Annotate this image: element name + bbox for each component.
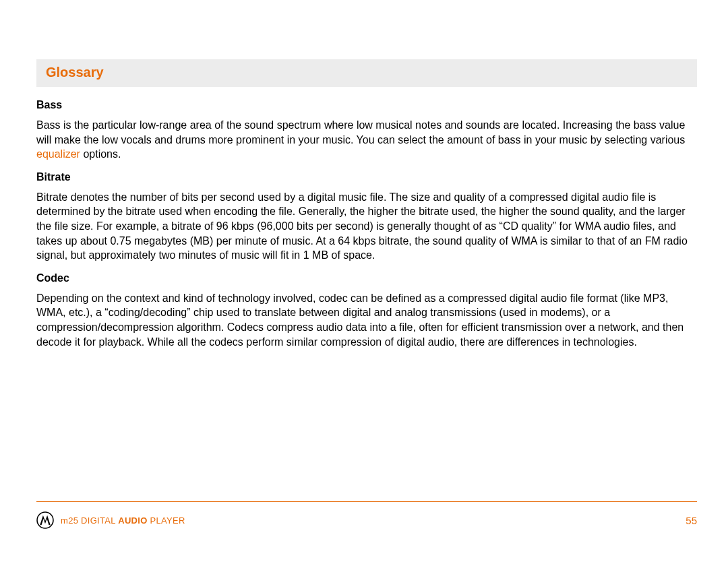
motorola-logo-icon — [36, 511, 54, 529]
definition-text: Depending on the context and kind of tec… — [36, 292, 684, 348]
footer-text-part: PLAYER — [148, 515, 185, 526]
footer-product-text: m25 DIGITAL AUDIO PLAYER — [61, 515, 185, 526]
glossary-entry: Bass Bass is the particular low-range ar… — [36, 99, 697, 162]
term-codec: Codec — [36, 272, 697, 284]
page-number: 55 — [686, 515, 697, 526]
term-bitrate: Bitrate — [36, 171, 697, 183]
page-content: Glossary Bass Bass is the particular low… — [0, 0, 728, 349]
definition-bass: Bass is the particular low-range area of… — [36, 118, 697, 162]
section-title: Glossary — [46, 65, 688, 80]
section-header: Glossary — [36, 59, 697, 87]
definition-text: Bass is the particular low-range area of… — [36, 119, 685, 146]
definition-bitrate: Bitrate denotes the number of bits per s… — [36, 190, 697, 263]
footer-row: m25 DIGITAL AUDIO PLAYER 55 — [36, 511, 697, 529]
glossary-entry: Bitrate Bitrate denotes the number of bi… — [36, 171, 697, 263]
svg-point-0 — [37, 512, 53, 528]
equalizer-link[interactable]: equalizer — [36, 148, 80, 160]
page-footer: m25 DIGITAL AUDIO PLAYER 55 — [36, 501, 697, 529]
footer-text-part: m25 DIGITAL — [61, 515, 118, 526]
term-bass: Bass — [36, 99, 697, 111]
definition-codec: Depending on the context and kind of tec… — [36, 291, 697, 349]
footer-text-bold: AUDIO — [118, 515, 147, 526]
definition-text: options. — [80, 148, 121, 160]
footer-left: m25 DIGITAL AUDIO PLAYER — [36, 511, 185, 529]
definition-text: Bitrate denotes the number of bits per s… — [36, 191, 688, 261]
footer-rule — [36, 501, 697, 502]
glossary-entry: Codec Depending on the context and kind … — [36, 272, 697, 349]
